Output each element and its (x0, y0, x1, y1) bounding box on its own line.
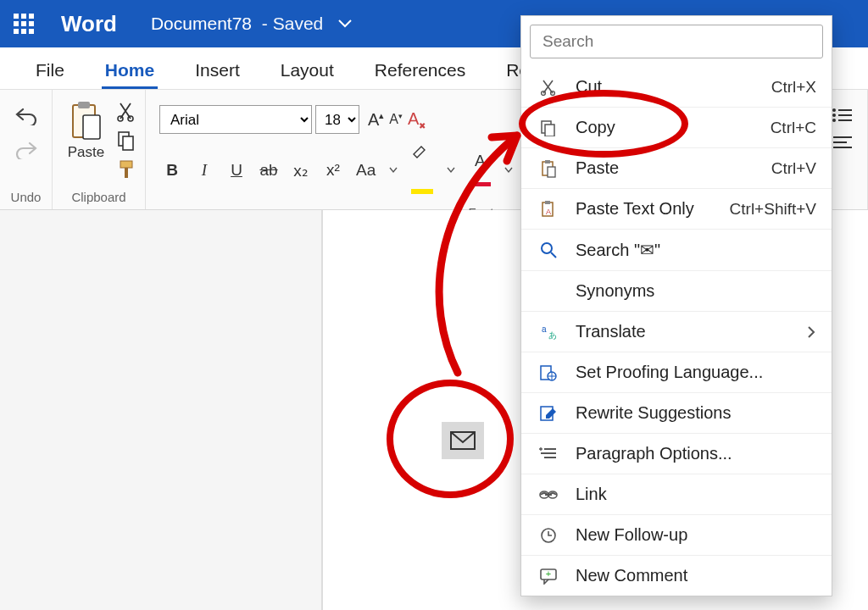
underline-button[interactable]: U (227, 161, 246, 180)
context-menu-label: Paste Text Only (576, 199, 730, 219)
clipboard-group: Paste Clipboard (53, 90, 146, 209)
svg-rect-7 (120, 161, 132, 168)
context-menu-paste-text-only[interactable]: A Paste Text Only Ctrl+Shift+V (521, 189, 832, 230)
svg-rect-1 (78, 102, 90, 108)
context-menu: Cut Ctrl+X Copy Ctrl+C Paste Ctrl+V A Pa… (520, 15, 832, 596)
cut-button[interactable] (117, 102, 136, 122)
fontcolor-dropdown-icon[interactable] (504, 167, 513, 174)
svg-text:+: + (546, 568, 551, 579)
clear-formatting-button[interactable]: A✖ (408, 109, 426, 130)
navigation-pane (0, 210, 322, 610)
svg-point-9 (832, 108, 836, 112)
clock-icon (537, 527, 560, 544)
paste-button[interactable]: Paste (63, 97, 110, 164)
svg-point-13 (832, 119, 836, 122)
context-menu-new-followup[interactable]: New Follow-up (521, 515, 832, 556)
tab-references[interactable]: References (354, 52, 486, 89)
context-menu-copy[interactable]: Copy Ctrl+C (521, 108, 832, 148)
svg-text:A: A (546, 208, 551, 216)
tab-insert[interactable]: Insert (175, 52, 260, 89)
highlight-button[interactable] (411, 144, 433, 197)
italic-button[interactable]: I (195, 161, 214, 180)
svg-line-30 (551, 252, 556, 258)
copy-button[interactable] (117, 130, 136, 151)
superscript-button[interactable]: x² (324, 161, 342, 180)
context-menu-shortcut: Ctrl+V (771, 159, 816, 178)
format-painter-button[interactable] (117, 159, 136, 180)
context-menu-label: Cut (576, 77, 771, 97)
context-menu-label: New Comment (576, 566, 816, 585)
subscript-button[interactable]: x₂ (292, 161, 310, 180)
context-menu-paste[interactable]: Paste Ctrl+V (521, 148, 832, 189)
scissors-icon (537, 79, 560, 96)
align-button[interactable] (832, 134, 854, 151)
svg-rect-22 (545, 125, 554, 136)
context-menu-synonyms[interactable]: Synonyms (521, 271, 832, 312)
context-menu-label: Search "✉" (576, 240, 816, 260)
svg-rect-2 (83, 115, 100, 139)
font-family-select[interactable]: Arial (159, 105, 312, 134)
svg-point-11 (832, 114, 836, 117)
paste-label: Paste (68, 144, 104, 161)
font-size-select[interactable]: 18 (315, 105, 359, 134)
comment-icon: + (537, 568, 560, 585)
context-menu-label: Paste (576, 158, 771, 178)
context-menu-shortcut: Ctrl+X (771, 78, 816, 97)
doc-name: Document78 (151, 14, 252, 33)
highlight-dropdown-icon[interactable] (447, 167, 455, 174)
selected-envelope-glyph[interactable] (442, 422, 484, 459)
strikethrough-button[interactable]: ab (259, 161, 278, 180)
context-menu-search (521, 16, 832, 67)
context-menu-label: Paragraph Options... (576, 444, 816, 463)
context-menu-proofing-language[interactable]: Set Proofing Language... (521, 352, 832, 393)
app-launcher-icon[interactable] (14, 14, 34, 34)
case-dropdown-icon[interactable] (389, 167, 398, 174)
grow-font-button[interactable]: A▴ (368, 110, 384, 130)
svg-rect-25 (548, 167, 555, 177)
context-menu-new-comment[interactable]: + New Comment (521, 556, 832, 596)
context-menu-paragraph-options[interactable]: Paragraph Options... (521, 434, 832, 474)
translate-icon: aあ (537, 324, 560, 341)
bullet-list-button[interactable] (832, 107, 854, 124)
context-menu-shortcut: Ctrl+C (771, 119, 816, 137)
context-menu-label: Link (576, 485, 816, 504)
globe-doc-icon (537, 364, 560, 381)
copy-icon (537, 119, 560, 136)
svg-rect-27 (545, 201, 550, 204)
context-menu-label: Rewrite Suggestions (576, 403, 816, 423)
svg-text:a: a (542, 324, 547, 334)
context-menu-link[interactable]: Link (521, 474, 832, 515)
tab-file[interactable]: File (15, 52, 85, 89)
context-menu-label: Copy (576, 118, 771, 137)
title-dropdown-icon[interactable] (338, 19, 352, 28)
shrink-font-button[interactable]: A▾ (389, 112, 403, 127)
change-case-button[interactable]: Aa (356, 161, 376, 180)
undo-group-label: Undo (11, 186, 42, 206)
context-menu-label: Synonyms (576, 281, 816, 301)
search-icon (537, 241, 560, 258)
svg-point-29 (542, 243, 552, 253)
context-menu-label: Translate (576, 322, 806, 341)
document-title[interactable]: Document78 - Saved (151, 14, 323, 34)
context-menu-cut[interactable]: Cut Ctrl+X (521, 67, 832, 108)
redo-button[interactable] (12, 136, 41, 164)
undo-group: Undo (0, 90, 53, 209)
svg-text:あ: あ (548, 330, 557, 340)
bold-button[interactable]: B (163, 161, 181, 180)
rewrite-icon (537, 405, 560, 422)
tab-layout[interactable]: Layout (260, 52, 354, 89)
context-menu-rewrite[interactable]: Rewrite Suggestions (521, 393, 832, 434)
app-name: Word (61, 11, 117, 37)
link-icon (537, 489, 560, 501)
chevron-right-icon (806, 325, 816, 339)
svg-rect-24 (545, 160, 550, 164)
context-menu-label: New Follow-up (576, 525, 816, 545)
svg-rect-6 (123, 136, 133, 150)
font-color-button[interactable]: A (469, 152, 491, 189)
context-menu-search-selection[interactable]: Search "✉" (521, 230, 832, 271)
context-menu-shortcut: Ctrl+Shift+V (730, 200, 816, 219)
context-menu-translate[interactable]: aあ Translate (521, 312, 832, 352)
undo-button[interactable] (12, 102, 41, 130)
tab-home[interactable]: Home (85, 52, 175, 89)
context-menu-search-input[interactable] (530, 25, 823, 58)
